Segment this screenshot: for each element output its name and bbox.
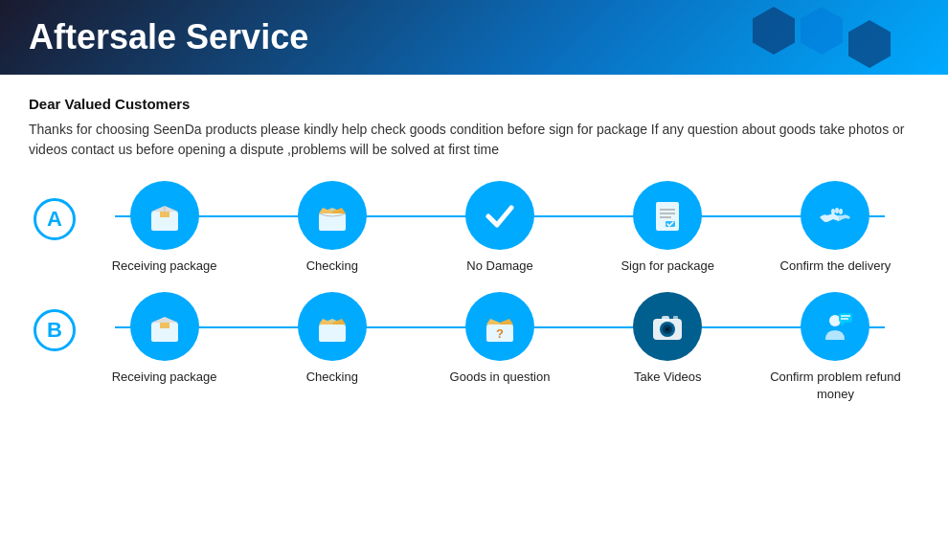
header: Aftersale Service <box>0 0 948 75</box>
svg-point-13 <box>831 209 835 214</box>
page-title: Aftersale Service <box>29 17 308 57</box>
row-b-label: B <box>29 309 80 351</box>
receiving-a-icon-wrap <box>130 181 199 250</box>
hex-3 <box>848 20 891 68</box>
sign-package-icon-wrap <box>633 181 702 250</box>
step-confirm-problem: Confirm problem refund money <box>752 292 919 403</box>
row-b-circle: B <box>34 309 76 351</box>
svg-marker-25 <box>500 319 513 325</box>
content-area: Dear Valued Customers Thanks for choosin… <box>0 75 948 440</box>
step-checking-b: Checking <box>248 292 416 386</box>
step-receiving-a: Receiving package <box>80 181 248 275</box>
no-damage-label: No Damage <box>466 258 532 275</box>
checkmark-icon <box>479 194 521 236</box>
goods-question-label: Goods in question <box>450 369 551 386</box>
confirm-problem-label: Confirm problem refund money <box>752 369 919 403</box>
checking-a-label: Checking <box>306 258 358 275</box>
receiving-b-label: Receiving package <box>112 369 217 386</box>
flow-row-b: B Receiving package <box>29 292 919 403</box>
hex-decoration <box>753 7 891 68</box>
confirm-problem-icon-wrap <box>801 292 869 361</box>
box-icon <box>144 194 186 236</box>
goods-question-icon-wrap: ? <box>465 292 534 361</box>
checking-b-icon-wrap <box>298 292 367 361</box>
svg-rect-19 <box>319 325 346 342</box>
sign-package-label: Sign for package <box>621 258 714 275</box>
svg-marker-24 <box>486 319 500 325</box>
svg-point-14 <box>835 208 839 213</box>
step-goods-question: ? Goods in question <box>416 292 583 386</box>
description: Thanks for choosing SeenDa products plea… <box>29 120 919 160</box>
take-videos-icon-wrap <box>633 292 702 361</box>
confirm-delivery-label: Confirm the delivery <box>780 258 892 275</box>
row-b-steps: Receiving package Checking <box>80 292 919 403</box>
open-box-b-icon <box>311 305 353 347</box>
row-a-circle: A <box>34 198 76 240</box>
svg-rect-18 <box>160 323 169 328</box>
step-checking-a: Checking <box>248 181 416 275</box>
svg-point-30 <box>666 327 669 331</box>
checking-b-label: Checking <box>306 369 358 386</box>
svg-marker-17 <box>151 317 178 323</box>
open-box-icon <box>311 194 353 236</box>
receiving-b-icon-wrap <box>130 292 199 361</box>
hex-2 <box>801 7 843 55</box>
svg-rect-31 <box>662 316 669 321</box>
step-sign-package: Sign for package <box>584 181 752 275</box>
row-a-label: A <box>29 198 80 240</box>
step-confirm-delivery: Confirm the delivery <box>752 181 919 275</box>
hex-1 <box>753 7 795 55</box>
svg-text:?: ? <box>496 326 504 341</box>
checking-a-icon-wrap <box>298 181 367 250</box>
svg-rect-32 <box>673 316 678 320</box>
greeting: Dear Valued Customers <box>29 96 919 112</box>
step-take-videos: Take Videos <box>584 292 752 386</box>
row-a-steps: Receiving package Checking <box>80 181 919 275</box>
no-damage-icon-wrap <box>465 181 534 250</box>
confirm-delivery-icon-wrap <box>801 181 869 250</box>
take-videos-label: Take Videos <box>634 369 702 386</box>
box-b-icon <box>144 305 186 347</box>
question-box-icon: ? <box>479 305 521 347</box>
svg-marker-35 <box>841 323 845 326</box>
flow-row-a: A Receiving package <box>29 181 919 275</box>
camera-icon <box>646 305 688 347</box>
document-icon <box>646 194 688 236</box>
svg-point-15 <box>839 209 843 214</box>
receiving-a-label: Receiving package <box>112 258 217 275</box>
refund-icon <box>814 305 856 347</box>
svg-rect-2 <box>160 212 169 217</box>
svg-rect-34 <box>839 313 852 323</box>
handshake-icon <box>814 194 856 236</box>
step-receiving-b: Receiving package <box>80 292 248 386</box>
step-no-damage: No Damage <box>416 181 583 275</box>
